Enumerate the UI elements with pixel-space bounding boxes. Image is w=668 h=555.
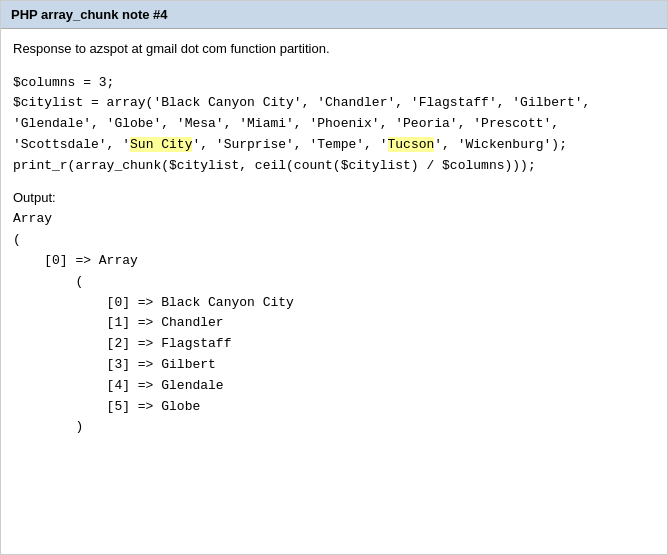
code-line1: $columns = 3; xyxy=(13,75,114,90)
output-line-array: Array ( [0] => Array ( [0] => Black Cany… xyxy=(13,211,294,434)
page-content: Response to azspot at gmail dot com func… xyxy=(1,29,667,448)
code-line4: 'Scottsdale', 'Sun City', 'Surprise', 'T… xyxy=(13,137,567,152)
tucson-highlight: Tucson xyxy=(388,137,435,152)
sun-city-highlight: Sun City xyxy=(130,137,192,152)
header-title: PHP array_chunk note #4 xyxy=(11,7,168,22)
page-header: PHP array_chunk note #4 xyxy=(1,1,667,29)
description-text: Response to azspot at gmail dot com func… xyxy=(13,39,655,59)
output-block: Array ( [0] => Array ( [0] => Black Cany… xyxy=(13,209,655,438)
code-block: $columns = 3; $citylist = array('Black C… xyxy=(13,73,655,177)
output-label: Output: xyxy=(13,190,655,205)
code-line2: $citylist = array('Black Canyon City', '… xyxy=(13,95,590,110)
code-line5: print_r(array_chunk($citylist, ceil(coun… xyxy=(13,158,536,173)
code-line3: 'Glendale', 'Globe', 'Mesa', 'Miami', 'P… xyxy=(13,116,559,131)
main-container: PHP array_chunk note #4 Response to azsp… xyxy=(0,0,668,555)
